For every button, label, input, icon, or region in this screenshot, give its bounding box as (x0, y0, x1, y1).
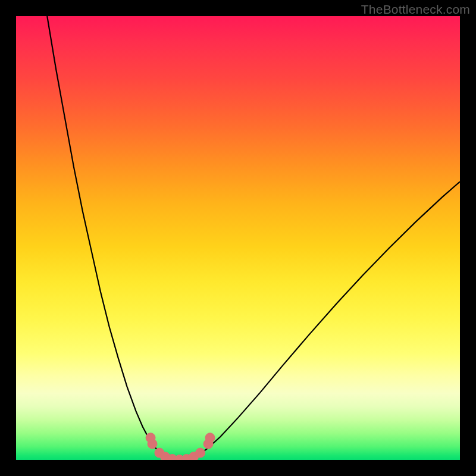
curve-marker (205, 433, 215, 443)
watermark-text: TheBottleneck.com (361, 2, 470, 17)
bottleneck-curve (47, 16, 460, 460)
chart-svg (16, 16, 460, 460)
chart-frame: TheBottleneck.com (0, 0, 476, 476)
chart-plot-area (16, 16, 460, 460)
curve-marker (148, 439, 157, 449)
curve-markers (146, 433, 215, 460)
curve-marker (196, 448, 205, 458)
